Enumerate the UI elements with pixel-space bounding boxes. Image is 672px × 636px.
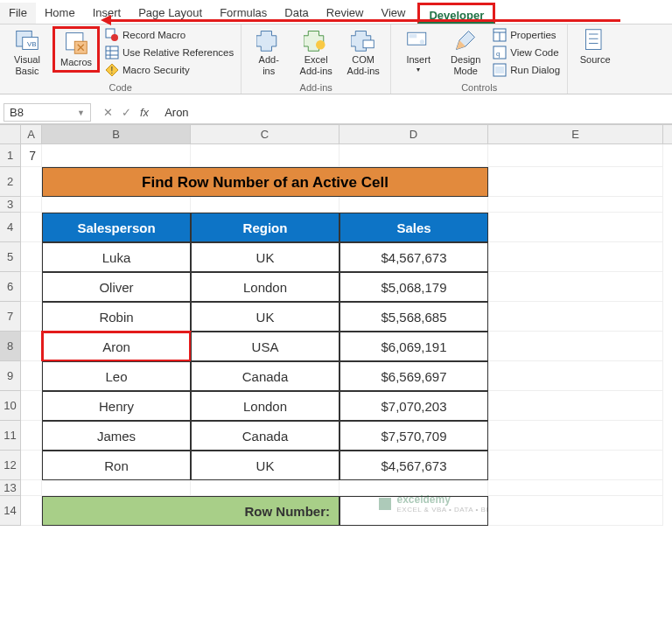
row-header-14[interactable]: 14 — [0, 496, 21, 526]
cell-salesperson[interactable]: James — [42, 421, 191, 451]
col-header-b[interactable]: B — [42, 125, 191, 143]
select-all-corner[interactable] — [0, 125, 21, 143]
row-header-1[interactable]: 1 — [0, 144, 21, 167]
col-header-a[interactable]: A — [21, 125, 42, 143]
svg-point-6 — [111, 34, 118, 41]
cell-salesperson[interactable]: Oliver — [42, 272, 191, 302]
row-3: 3 — [0, 197, 672, 213]
cell-region[interactable]: Canada — [191, 361, 340, 391]
run-dialog-icon — [493, 63, 507, 77]
row-header[interactable]: 6 — [0, 272, 21, 302]
source-button[interactable]: Source — [573, 26, 617, 67]
table-row: 8AronUSA$6,069,191 — [0, 332, 672, 361]
group-label-code: Code — [5, 81, 235, 93]
svg-text:!: ! — [111, 66, 114, 75]
accept-formula-icon[interactable]: ✓ — [122, 106, 131, 119]
com-addins-button[interactable]: COM Add-ins — [341, 26, 385, 79]
group-addins: Add- ins Excel Add-ins COM Add-ins Add-i… — [242, 24, 391, 94]
fx-icon[interactable]: fx — [140, 106, 149, 119]
row-header-2[interactable]: 2 — [0, 167, 21, 197]
tab-file[interactable]: File — [0, 3, 36, 24]
macros-button[interactable]: Macros — [52, 26, 100, 73]
title-banner[interactable]: Find Row Number of an Active Cell — [42, 167, 488, 197]
cell-sales[interactable]: $5,068,179 — [340, 272, 488, 302]
row-header[interactable]: 10 — [0, 391, 21, 421]
addins-icon — [256, 28, 281, 52]
excel-addins-icon — [304, 28, 328, 52]
cell-region[interactable]: London — [191, 272, 340, 302]
header-region[interactable]: Region — [191, 213, 340, 242]
macro-security-button[interactable]: ! Macro Security — [103, 61, 235, 79]
view-code-button[interactable]: q View Code — [491, 44, 562, 61]
cell-salesperson[interactable]: Luka — [42, 242, 191, 272]
addins-button[interactable]: Add- ins — [247, 26, 290, 79]
col-header-d[interactable]: D — [340, 125, 488, 143]
header-salesperson[interactable]: Salesperson — [42, 213, 191, 242]
macro-security-icon: ! — [105, 63, 119, 77]
row-header-13[interactable]: 13 — [0, 480, 21, 496]
record-macro-icon — [105, 28, 119, 42]
cell-sales[interactable]: $4,567,673 — [340, 242, 488, 272]
row-header[interactable]: 5 — [0, 242, 21, 272]
cell-salesperson[interactable]: Aron — [42, 332, 191, 361]
row-2: 2 Find Row Number of an Active Cell — [0, 167, 672, 197]
use-relative-references-button[interactable]: Use Relative References — [103, 44, 235, 61]
svg-rect-28 — [379, 498, 391, 510]
svg-rect-7 — [106, 46, 118, 59]
chevron-down-icon: ▼ — [77, 108, 85, 117]
cell-salesperson[interactable]: Henry — [42, 391, 191, 421]
visual-basic-button[interactable]: VB Visual Basic — [5, 26, 49, 79]
row-header-3[interactable]: 3 — [0, 197, 21, 213]
ribbon-tabs: File Home Insert Page Layout Formulas Da… — [0, 0, 672, 24]
table-row: 7RobinUK$5,568,685 — [0, 302, 672, 332]
formula-input[interactable]: Aron — [149, 106, 188, 119]
cell-salesperson[interactable]: Robin — [42, 302, 191, 332]
row-number-label[interactable]: Row Number: — [42, 496, 340, 526]
excel-addins-button[interactable]: Excel Add-ins — [294, 26, 338, 79]
cell-sales[interactable]: $7,570,709 — [340, 421, 488, 451]
cell-sales[interactable]: $4,567,673 — [340, 451, 488, 480]
svg-rect-24 — [586, 30, 602, 50]
name-box[interactable]: B8▼ — [4, 103, 91, 122]
row-header-4[interactable]: 4 — [0, 213, 21, 242]
cell-a1[interactable]: 7 — [21, 144, 42, 167]
cell-region[interactable]: UK — [191, 302, 340, 332]
table-row: 12RonUK$4,567,673 — [0, 451, 672, 480]
cell-salesperson[interactable]: Leo — [42, 361, 191, 391]
cell-sales[interactable]: $7,070,203 — [340, 391, 488, 421]
run-dialog-button[interactable]: Run Dialog — [491, 61, 562, 79]
design-mode-icon — [453, 28, 478, 52]
view-code-icon: q — [493, 45, 507, 59]
col-header-c[interactable]: C — [191, 125, 340, 143]
cell-region[interactable]: London — [191, 391, 340, 421]
cell-region[interactable]: UK — [191, 451, 340, 480]
row-header[interactable]: 7 — [0, 302, 21, 332]
table-row: 11JamesCanada$7,570,709 — [0, 421, 672, 451]
cell-region[interactable]: UK — [191, 242, 340, 272]
col-header-e[interactable]: E — [488, 125, 663, 143]
row-header[interactable]: 12 — [0, 451, 21, 480]
row-header[interactable]: 11 — [0, 421, 21, 451]
cell-region[interactable]: USA — [191, 332, 340, 361]
group-xml: Source — [568, 24, 622, 94]
row-header[interactable]: 9 — [0, 361, 21, 391]
cell-sales[interactable]: $6,569,697 — [340, 361, 488, 391]
tab-home[interactable]: Home — [36, 3, 84, 24]
table-row: 6OliverLondon$5,068,179 — [0, 272, 672, 302]
header-sales[interactable]: Sales — [340, 213, 488, 242]
properties-icon — [493, 28, 507, 42]
cell-sales[interactable]: $5,568,685 — [340, 302, 488, 332]
svg-point-12 — [316, 40, 326, 50]
cell-salesperson[interactable]: Ron — [42, 451, 191, 480]
insert-control-button[interactable]: Insert▾ — [396, 26, 440, 76]
cell-region[interactable]: Canada — [191, 421, 340, 451]
group-label-controls: Controls — [396, 81, 562, 93]
record-macro-button[interactable]: Record Macro — [103, 26, 235, 44]
design-mode-button[interactable]: Design Mode — [444, 26, 487, 79]
source-icon — [583, 28, 607, 52]
cell-sales[interactable]: $6,069,191 — [340, 332, 488, 361]
properties-button[interactable]: Properties — [491, 26, 562, 44]
relative-references-icon — [105, 45, 119, 59]
cancel-formula-icon[interactable]: ✕ — [103, 106, 113, 119]
row-header[interactable]: 8 — [0, 332, 21, 361]
